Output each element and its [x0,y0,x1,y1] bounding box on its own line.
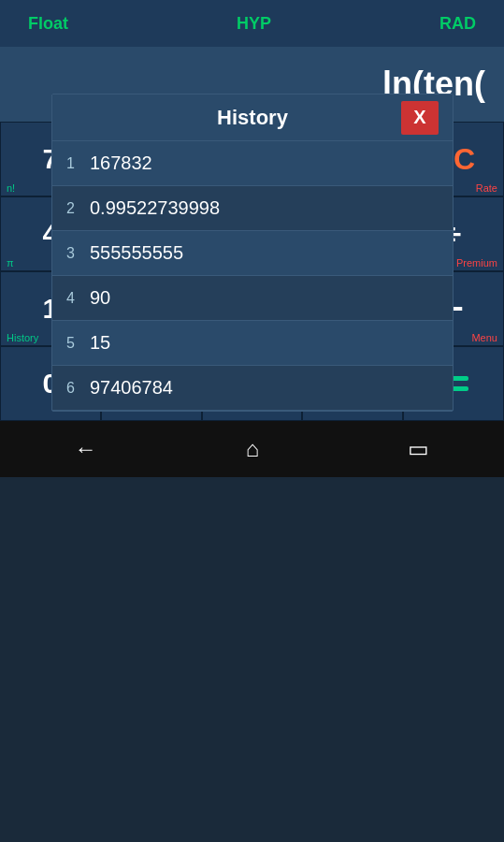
history-title: History [104,106,401,130]
history-value-4: 90 [90,287,110,309]
history-num-3: 3 [66,245,90,262]
rate-label: Rate [476,182,497,194]
history-item-1[interactable]: 1 167832 [52,141,453,186]
history-close-button[interactable]: X [401,101,439,135]
history-value-2: 0.99522739998 [90,197,220,219]
hyp-label[interactable]: HYP [237,14,271,34]
menu-label: Menu [471,332,497,343]
sub-label-n-fact: n! [7,182,15,194]
history-value-1: 167832 [90,152,152,174]
float-label[interactable]: Float [28,14,68,34]
history-item-4[interactable]: 4 90 [52,276,453,321]
rad-label[interactable]: RAD [439,14,476,34]
history-num-2: 2 [66,200,90,217]
history-item-5[interactable]: 5 15 [52,321,453,366]
nav-bar: ← ⌂ ▭ [0,421,504,477]
history-header: History X [52,94,453,141]
history-item-3[interactable]: 3 555555555 [52,231,453,276]
history-sub-label: History [7,332,38,343]
history-num-4: 4 [66,290,90,307]
history-num-5: 5 [66,335,90,352]
history-num-1: 1 [66,155,90,172]
sub-label-pi: π [7,257,14,269]
history-value-3: 555555555 [90,242,183,264]
back-nav-icon[interactable]: ← [75,436,97,462]
history-value-5: 15 [90,332,110,354]
home-nav-icon[interactable]: ⌂ [246,436,260,462]
history-item-6[interactable]: 6 97406784 [52,366,453,411]
top-bar: Float HYP RAD [0,0,504,47]
history-num-6: 6 [66,380,90,397]
premium-label: Premium [456,257,497,269]
recent-nav-icon[interactable]: ▭ [408,436,429,462]
history-item-2[interactable]: 2 0.99522739998 [52,186,453,231]
history-value-6: 97406784 [90,377,173,399]
history-overlay: History X 1 167832 2 0.99522739998 3 555… [51,94,454,412]
